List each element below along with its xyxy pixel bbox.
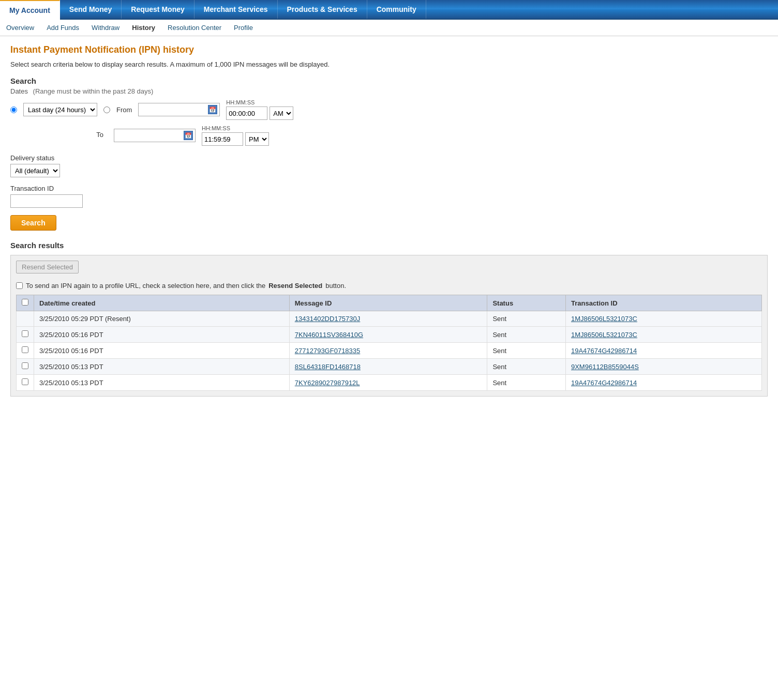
info-text: To send an IPN again to a profile URL, c… xyxy=(26,282,265,290)
row-checkbox-1[interactable] xyxy=(22,330,28,337)
table-row: 3/25/2010 05:16 PDT27712793GF0718335Sent… xyxy=(17,343,762,359)
row-transaction-id: 1MJ86506L5321073C xyxy=(565,327,761,343)
transaction-section: Transaction ID xyxy=(10,185,768,208)
from-time-group: HH:MM:SS AM PM xyxy=(226,99,293,120)
sub-nav: OverviewAdd FundsWithdrawHistoryResoluti… xyxy=(0,20,778,36)
sub-nav-item-withdraw[interactable]: Withdraw xyxy=(89,23,122,33)
description: Select search criteria below to display … xyxy=(10,60,768,68)
message-id-link-2[interactable]: 27712793GF0718335 xyxy=(295,347,361,355)
message-id-link-0[interactable]: 13431402DD175730J xyxy=(295,315,361,323)
row-message-id: 8SL64318FD1468718 xyxy=(289,359,487,375)
row-checkbox-3[interactable] xyxy=(22,362,28,369)
row-transaction-id: 1MJ86506L5321073C xyxy=(565,311,761,327)
sub-nav-item-history[interactable]: History xyxy=(130,23,157,33)
row-datetime: 3/25/2010 05:16 PDT xyxy=(34,327,290,343)
transaction-id-link-3[interactable]: 9XM96112B8559044S xyxy=(571,363,639,371)
to-label: To xyxy=(83,131,103,141)
table-row: 3/25/2010 05:16 PDT7KN46011SV368410GSent… xyxy=(17,327,762,343)
preset-radio[interactable] xyxy=(10,106,17,113)
info-link-text: Resend Selected xyxy=(268,282,322,290)
transaction-id-link-1[interactable]: 1MJ86506L5321073C xyxy=(571,331,637,339)
top-nav: My AccountSend MoneyRequest MoneyMerchan… xyxy=(0,0,778,20)
message-id-link-3[interactable]: 8SL64318FD1468718 xyxy=(295,363,361,371)
table-row: 3/25/2010 05:13 PDT7KY6289027987912LSent… xyxy=(17,375,762,391)
to-calendar-icon[interactable]: 📅 xyxy=(184,131,193,140)
top-nav-item-my-account[interactable]: My Account xyxy=(0,0,60,20)
select-all-checkbox[interactable] xyxy=(22,299,28,306)
top-nav-item-products-services[interactable]: Products & Services xyxy=(278,0,367,19)
from-calendar-icon[interactable]: 📅 xyxy=(208,105,217,114)
row-checkbox-cell xyxy=(17,311,34,327)
row-datetime: 3/25/2010 05:16 PDT xyxy=(34,343,290,359)
delivery-status-select[interactable]: All (default)SentFailedRetrying xyxy=(10,164,60,177)
row-datetime: 3/25/2010 05:13 PDT xyxy=(34,375,290,391)
table-row: 3/25/2010 05:29 PDT (Resent)13431402DD17… xyxy=(17,311,762,327)
custom-radio[interactable] xyxy=(103,106,110,113)
transaction-id-link-2[interactable]: 19A47674G42986714 xyxy=(571,347,637,355)
message-id-link-4[interactable]: 7KY6289027987912L xyxy=(295,379,360,387)
search-button[interactable]: Search xyxy=(10,215,56,231)
row-status: Sent xyxy=(487,375,566,391)
to-date-row: To 📅 HH:MM:SS AM PM xyxy=(83,125,768,146)
transaction-id-header: Transaction ID xyxy=(565,295,761,311)
row-checkbox-4[interactable] xyxy=(22,378,28,385)
top-nav-item-community[interactable]: Community xyxy=(367,0,426,19)
row-transaction-id: 9XM96112B8559044S xyxy=(565,359,761,375)
delivery-section: Delivery status All (default)SentFailedR… xyxy=(10,154,768,177)
to-hhmm-label: HH:MM:SS xyxy=(202,125,269,131)
row-message-id: 13431402DD175730J xyxy=(289,311,487,327)
from-label: From xyxy=(116,106,132,114)
from-ampm-select[interactable]: AM PM xyxy=(270,106,293,120)
from-time-input[interactable] xyxy=(226,106,267,120)
row-status: Sent xyxy=(487,359,566,375)
from-date-input[interactable] xyxy=(141,106,208,114)
to-time-input[interactable] xyxy=(202,132,243,146)
search-results-title: Search results xyxy=(10,241,768,250)
transaction-id-link-0[interactable]: 1MJ86506L5321073C xyxy=(571,315,637,323)
to-date-group: 📅 xyxy=(114,129,196,142)
row-checkbox-cell xyxy=(17,343,34,359)
datetime-header: Date/time created xyxy=(34,295,290,311)
main-content: Instant Payment Notification (IPN) histo… xyxy=(0,36,778,405)
info-row: To send an IPN again to a profile URL, c… xyxy=(16,282,762,290)
sub-nav-item-resolution-center[interactable]: Resolution Center xyxy=(166,23,223,33)
to-date-input[interactable] xyxy=(116,132,184,140)
row-checkbox-cell xyxy=(17,359,34,375)
preset-select[interactable]: Last day (24 hours)Last 7 daysLast 14 da… xyxy=(23,103,97,116)
message-id-header: Message ID xyxy=(289,295,487,311)
row-status: Sent xyxy=(487,327,566,343)
top-nav-item-request-money[interactable]: Request Money xyxy=(122,0,194,19)
transaction-id-label: Transaction ID xyxy=(10,185,768,192)
results-table: Date/time created Message ID Status Tran… xyxy=(16,295,762,391)
row-datetime: 3/25/2010 05:29 PDT (Resent) xyxy=(34,311,290,327)
resend-selected-button[interactable]: Resend Selected xyxy=(16,261,79,273)
sub-nav-item-overview[interactable]: Overview xyxy=(4,23,36,33)
top-nav-item-merchant-services[interactable]: Merchant Services xyxy=(194,0,278,19)
sub-nav-item-add-funds[interactable]: Add Funds xyxy=(44,23,81,33)
row-message-id: 7KY6289027987912L xyxy=(289,375,487,391)
row-checkbox-cell xyxy=(17,327,34,343)
to-date-input-container: 📅 xyxy=(114,129,196,142)
message-id-link-1[interactable]: 7KN46011SV368410G xyxy=(295,331,363,339)
row-transaction-id: 19A47674G42986714 xyxy=(565,375,761,391)
info-checkbox[interactable] xyxy=(16,282,23,289)
transaction-id-link-4[interactable]: 19A47674G42986714 xyxy=(571,379,637,387)
sub-nav-item-profile[interactable]: Profile xyxy=(232,23,255,33)
dates-label: Dates (Range must be within the past 28 … xyxy=(10,87,768,95)
table-header-row: Date/time created Message ID Status Tran… xyxy=(17,295,762,311)
from-date-group: 📅 xyxy=(138,103,220,116)
to-time-group: HH:MM:SS AM PM xyxy=(202,125,269,146)
row-message-id: 7KN46011SV368410G xyxy=(289,327,487,343)
to-ampm-select[interactable]: AM PM xyxy=(245,132,269,146)
row-checkbox-2[interactable] xyxy=(22,346,28,353)
from-date-input-container: 📅 xyxy=(138,103,220,116)
row-message-id: 27712793GF0718335 xyxy=(289,343,487,359)
select-all-header xyxy=(17,295,34,311)
status-header: Status xyxy=(487,295,566,311)
info-text-end: button. xyxy=(325,282,346,290)
search-section: Search Dates (Range must be within the p… xyxy=(10,77,768,146)
top-nav-item-send-money[interactable]: Send Money xyxy=(60,0,122,19)
transaction-id-input[interactable] xyxy=(10,194,83,208)
row-checkbox-cell xyxy=(17,375,34,391)
row-transaction-id: 19A47674G42986714 xyxy=(565,343,761,359)
